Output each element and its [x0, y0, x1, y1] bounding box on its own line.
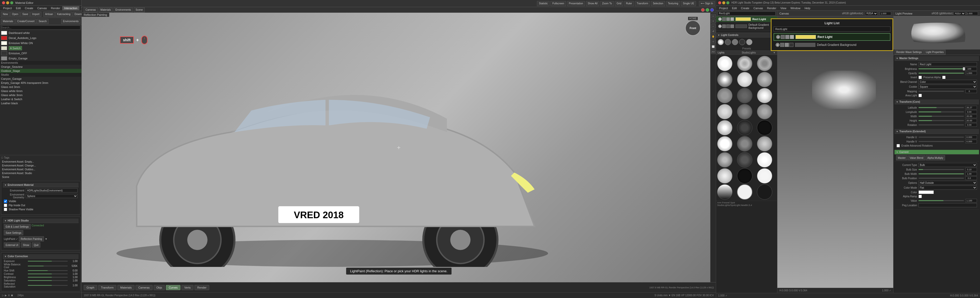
- btn-quit[interactable]: Quit: [32, 243, 40, 247]
- overlay-sq2[interactable]: [785, 35, 789, 39]
- ls-menu-project[interactable]: Project: [717, 6, 730, 10]
- btn-objs-bottom[interactable]: Objs: [154, 285, 165, 290]
- nav-zoom-in[interactable]: +: [711, 19, 716, 24]
- prop-height-input[interactable]: [966, 119, 977, 122]
- opacity-slider[interactable]: [918, 73, 964, 74]
- mat-item[interactable]: Glass white 6mm: [0, 89, 81, 93]
- width-slider[interactable]: [918, 116, 964, 117]
- overlay-gradient-item[interactable]: ● Default Gradient Background: [773, 41, 891, 48]
- tab-materials[interactable]: Materials: [1, 19, 15, 24]
- env-input[interactable]: [26, 189, 78, 192]
- light-thumb[interactable]: [757, 152, 772, 168]
- hdr-collapse[interactable]: ▼ HDR Light Studio: [3, 219, 79, 223]
- area-light-checkbox[interactable]: [918, 94, 922, 97]
- nav-rotate[interactable]: ↺: [711, 29, 716, 34]
- ls-light-item-gradient[interactable]: 👁 Default Gradient Background: [716, 22, 777, 30]
- light-ctrl-globe5[interactable]: [746, 39, 752, 45]
- lat-slider[interactable]: [918, 107, 964, 108]
- menu-canvas[interactable]: Canvas: [35, 6, 49, 10]
- mat-item[interactable]: Glass red 3mm: [0, 85, 81, 89]
- btn-transform-bottom[interactable]: Transform: [98, 285, 117, 290]
- environment-material-collapse[interactable]: ▼ Environment Material: [3, 183, 79, 187]
- btn-single-ue[interactable]: Single UE: [681, 1, 696, 6]
- btn-import[interactable]: Import: [30, 12, 41, 17]
- light-thumb[interactable]: [737, 168, 752, 184]
- prop-ct-select[interactable]: Bulb: [918, 163, 977, 167]
- btn-sign-in[interactable]: ⟵ Sign In: [699, 1, 715, 6]
- light-thumb[interactable]: [717, 56, 732, 71]
- prop-bs-input[interactable]: [966, 168, 977, 171]
- btn-show-all[interactable]: Show All: [586, 1, 599, 6]
- btn-graph[interactable]: Graph: [84, 285, 97, 290]
- light-thumb[interactable]: [717, 168, 732, 184]
- visible-checkbox[interactable]: [4, 200, 7, 203]
- menu-edit[interactable]: Edit: [14, 6, 23, 10]
- light-thumb[interactable]: [717, 152, 732, 168]
- mat-item[interactable]: Canyon_Garage: [0, 77, 81, 81]
- compass-circle[interactable]: Front: [685, 21, 700, 36]
- tag-item[interactable]: Environment Asset: Studio: [1, 171, 80, 175]
- prop-opacity-input[interactable]: [966, 71, 977, 75]
- bw-slider[interactable]: [918, 173, 964, 174]
- light-thumb[interactable]: [737, 152, 752, 168]
- mat-item[interactable]: Empty_Garage: [0, 56, 81, 61]
- ls-canvas-preview[interactable]: Light List ●: [777, 16, 893, 288]
- overlay-search-input[interactable]: [773, 27, 891, 32]
- mat-item[interactable]: Glass white 3mm: [0, 93, 81, 97]
- tab-cameras[interactable]: Cameras: [84, 7, 98, 13]
- lon-slider[interactable]: [918, 111, 964, 113]
- cc-brightness-slider[interactable]: [28, 277, 68, 277]
- maximize-btn[interactable]: [10, 1, 13, 4]
- btn-zoom-to[interactable]: Zoom To: [600, 1, 614, 6]
- rot-slider[interactable]: [918, 124, 964, 125]
- home-label[interactable]: HOME: [688, 17, 698, 20]
- prop-name-input[interactable]: [918, 62, 977, 66]
- mat-item[interactable]: Outdoor_Stage: [0, 69, 81, 73]
- mat-item[interactable]: Dashboard white: [0, 30, 81, 35]
- alpha-ramp-checkbox[interactable]: [918, 195, 922, 198]
- tag-item[interactable]: Environment Asset: Outdoo...: [1, 168, 80, 171]
- ls-close[interactable]: [718, 1, 721, 4]
- ls-menu-create[interactable]: Create: [739, 6, 751, 10]
- mat-item[interactable]: A Switch: [0, 46, 81, 51]
- cc-exposure-slider[interactable]: [28, 261, 68, 262]
- btn-edit-load[interactable]: Edit & Load Settings: [4, 224, 30, 229]
- nav-zoom-out[interactable]: −: [711, 24, 716, 29]
- btn-selection[interactable]: Selection: [651, 1, 665, 6]
- bs-slider[interactable]: [918, 169, 964, 170]
- btn-reflection-painting[interactable]: Reflection Painting: [19, 236, 44, 241]
- btn-render-bottom[interactable]: Render: [194, 285, 209, 290]
- light-thumb[interactable]: [757, 168, 772, 184]
- light-thumb[interactable]: [717, 88, 732, 103]
- rotations-checkbox[interactable]: [897, 144, 900, 147]
- tab-master[interactable]: Master: [896, 155, 907, 160]
- overlay-sq1[interactable]: [781, 35, 785, 39]
- color-correction-collapse[interactable]: ▼ Color Correction: [3, 254, 79, 259]
- mat-item[interactable]: Decal_Autobots_Logo: [0, 35, 81, 41]
- ls-menu-window[interactable]: Window: [788, 6, 802, 10]
- light-thumb[interactable]: [737, 72, 752, 87]
- minimize-btn[interactable]: [6, 1, 9, 4]
- bp-slider[interactable]: [918, 178, 964, 179]
- overlay-eye2[interactable]: ●: [776, 43, 780, 47]
- nav-aa[interactable]: AA: [711, 49, 716, 54]
- current-collapse[interactable]: ▼ Current: [894, 150, 979, 154]
- btn-environments[interactable]: Environments: [61, 19, 80, 24]
- ls-lock-icon[interactable]: [722, 17, 726, 21]
- ls-menu-view[interactable]: View: [778, 6, 789, 10]
- menu-create[interactable]: Create: [23, 6, 35, 10]
- btn-statistic[interactable]: Statistic: [537, 1, 549, 6]
- menu-project[interactable]: Project: [1, 6, 14, 10]
- btn-show[interactable]: Show: [21, 243, 31, 247]
- mat-item[interactable]: Empty_Garage 40% transparent 3mm: [0, 81, 81, 85]
- btn-verts-bottom[interactable]: Verts: [181, 285, 193, 290]
- prop-hu-input[interactable]: [966, 135, 977, 139]
- light-thumb[interactable]: [717, 120, 732, 135]
- prop-color-swatch[interactable]: [918, 190, 934, 194]
- ls-menu-help[interactable]: Help: [802, 6, 812, 10]
- preview-select[interactable]: R(8)A: [954, 12, 966, 15]
- ls-light-icon2[interactable]: [730, 24, 734, 28]
- prop-hv-input[interactable]: [966, 140, 977, 143]
- btn-fullscreen[interactable]: Fullscreen: [550, 1, 566, 6]
- tab-light-properties[interactable]: Light Properties: [924, 50, 945, 55]
